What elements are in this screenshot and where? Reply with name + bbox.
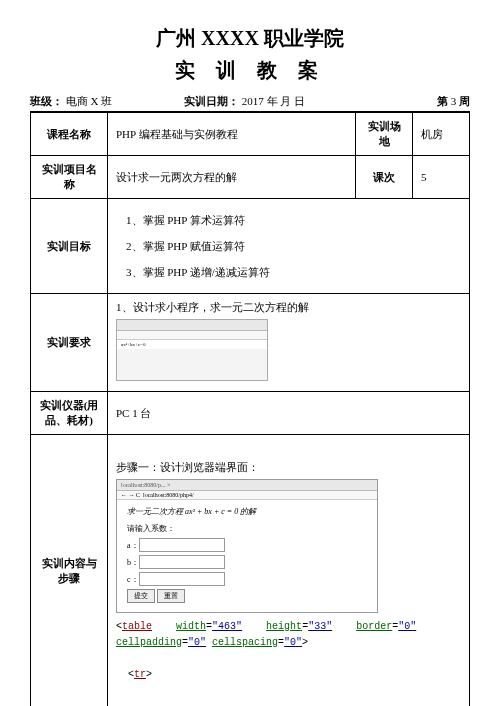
c-input xyxy=(139,572,225,586)
code-attr: width xyxy=(176,621,206,632)
code-attr: cellpadding xyxy=(116,637,182,648)
code-val: "0" xyxy=(188,637,206,648)
equation-text: 求一元二次方程 ax² + bx + c = 0 的解 xyxy=(127,506,367,517)
a-input xyxy=(139,538,225,552)
code-val: "463" xyxy=(212,621,242,632)
reset-button: 重置 xyxy=(157,589,185,603)
step1-title: 步骤一：设计浏览器端界面： xyxy=(116,460,461,475)
header-info: 班级： 电商 X 班 实训日期： 2017 年 月 日 第 3 周 xyxy=(30,94,470,112)
lesson-plan-table: 课程名称 PHP 编程基础与实例教程 实训场地 机房 实训项目名称 设计求一元两… xyxy=(30,112,470,706)
week-label: 第 xyxy=(437,95,448,107)
lesson-value: 5 xyxy=(413,156,470,199)
small-screenshot: ax²+bx+c=0 xyxy=(116,319,268,381)
code-snippet: <table width="463" height="33" border="0… xyxy=(116,619,461,683)
code-attr: cellspacing xyxy=(212,637,278,648)
goal-cell: 1、掌握 PHP 算术运算符 2、掌握 PHP 赋值运算符 3、掌握 PHP 递… xyxy=(108,199,470,294)
req-label: 实训要求 xyxy=(31,294,108,392)
req-line: 1、设计求小程序，求一元二次方程的解 xyxy=(116,300,461,315)
req-cell: 1、设计求小程序，求一元二次方程的解 ax²+bx+c=0 xyxy=(108,294,470,392)
lesson-label: 课次 xyxy=(356,156,413,199)
b-label: b： xyxy=(127,557,139,566)
goal-label: 实训目标 xyxy=(31,199,108,294)
goal-item: 2、掌握 PHP 赋值运算符 xyxy=(126,235,461,257)
week-num: 3 xyxy=(451,95,457,107)
goal-item: 3、掌握 PHP 递增/递减运算符 xyxy=(126,261,461,283)
browser-screenshot: localhost:8080/p... × ← → C localhost:80… xyxy=(116,479,378,613)
tab-text: localhost:8080/p... xyxy=(121,482,166,488)
institution-title: 广州 XXXX 职业学院 xyxy=(30,25,470,52)
browser-address-bar: ← → C localhost:8080/php4/ xyxy=(117,491,377,500)
document-title: 实 训 教 案 xyxy=(30,57,470,84)
browser-tab: localhost:8080/p... × xyxy=(117,480,377,491)
venue-label: 实训场地 xyxy=(356,113,413,156)
code-val: "0" xyxy=(284,637,302,648)
venue-value: 机房 xyxy=(413,113,470,156)
goal-item: 1、掌握 PHP 算术运算符 xyxy=(126,209,461,231)
week-suffix: 周 xyxy=(459,95,470,107)
project-label: 实训项目名称 xyxy=(31,156,108,199)
code-val: "33" xyxy=(308,621,332,632)
submit-button: 提交 xyxy=(127,589,155,603)
input-hint: 请输入系数： xyxy=(127,523,367,534)
a-label: a： xyxy=(127,540,139,549)
url-text: localhost xyxy=(143,492,165,498)
equip-label: 实训仪器(用品、耗材) xyxy=(31,392,108,435)
course-value: PHP 编程基础与实例教程 xyxy=(108,113,356,156)
code-attr: border xyxy=(356,621,392,632)
project-value: 设计求一元两次方程的解 xyxy=(108,156,356,199)
steps-cell: 步骤一：设计浏览器端界面： localhost:8080/p... × ← → … xyxy=(108,435,470,707)
c-label: c： xyxy=(127,574,139,583)
course-label: 课程名称 xyxy=(31,113,108,156)
date-value: 2017 年 月 日 xyxy=(242,95,305,107)
class-label: 班级： xyxy=(30,95,63,107)
code-tag: tr xyxy=(134,669,146,680)
date-label: 实训日期： xyxy=(184,95,239,107)
equip-value: PC 1 台 xyxy=(108,392,470,435)
code-attr: height xyxy=(266,621,302,632)
steps-label: 实训内容与步骤 xyxy=(31,435,108,707)
b-input xyxy=(139,555,225,569)
code-tag: table xyxy=(122,621,152,632)
class-value: 电商 X 班 xyxy=(66,95,112,107)
code-val: "0" xyxy=(398,621,416,632)
